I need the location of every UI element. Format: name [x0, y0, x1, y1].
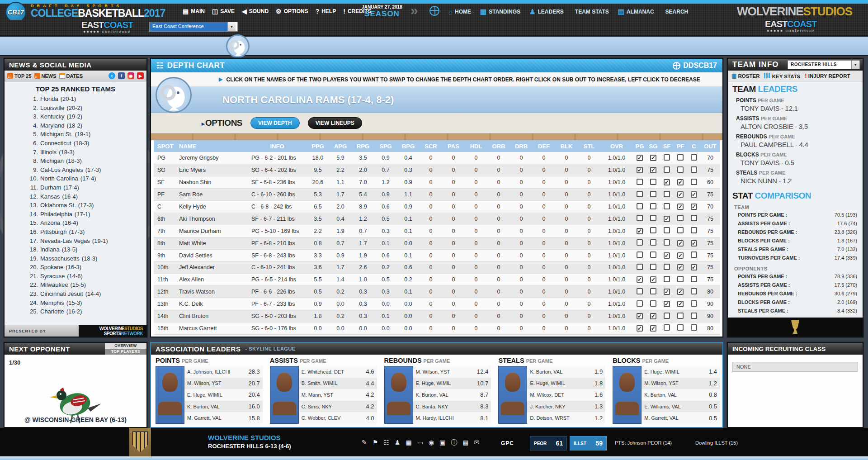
top25-row[interactable]: 21. Syracuse (14-6): [28, 272, 146, 281]
c-checkbox[interactable]: [691, 179, 697, 185]
top25-row[interactable]: 18. Indiana (13-5): [28, 245, 146, 254]
menu-item[interactable]: ▤ MAIN: [183, 8, 205, 15]
advance-chevrons-icon[interactable]: »: [410, 3, 418, 18]
column-header[interactable]: APG: [329, 140, 352, 152]
top25-row[interactable]: 23. Cincinnati Jesuit (14-4): [28, 289, 146, 299]
toolbar-icon[interactable]: ☷: [383, 439, 389, 447]
leader-value[interactable]: PAUL CAMPBELL - 4.4: [741, 141, 858, 148]
top25-row[interactable]: 6. Connecticut (18-3): [28, 139, 146, 148]
leader-row[interactable]: C. Sims, NKY4.2: [299, 401, 377, 413]
leader-row[interactable]: K. Burton, VAL8.7: [413, 389, 491, 401]
depth-table-row[interactable]: 14th Clint Bruton SG - 6-0 - 203 lbs 1.8…: [154, 310, 720, 322]
top25-row[interactable]: 25. Charlotte (16-2): [28, 307, 146, 316]
player-name[interactable]: K.C. Delk: [175, 298, 248, 310]
player-name[interactable]: Matt White: [175, 237, 248, 249]
sf-checkbox[interactable]: [664, 203, 670, 209]
toolbar-icon[interactable]: ✎: [362, 439, 367, 447]
sg-checkbox[interactable]: [650, 203, 656, 209]
column-header[interactable]: SPOT: [154, 140, 175, 152]
sg-checkbox[interactable]: [650, 264, 656, 270]
pf-checkbox[interactable]: [677, 301, 684, 307]
sg-checkbox[interactable]: [650, 239, 656, 246]
leader-row[interactable]: M. Wilcox, DET1.6: [527, 389, 605, 401]
leader-row[interactable]: K. Burton, VAL16.0: [184, 401, 263, 413]
c-checkbox[interactable]: [691, 288, 697, 294]
sub-out-value[interactable]: 75: [701, 225, 720, 237]
c-checkbox[interactable]: [691, 300, 697, 307]
player-name[interactable]: Aki Thompson: [175, 213, 248, 225]
top25-row[interactable]: 19. Massachusetts (18-3): [28, 254, 146, 263]
sg-checkbox[interactable]: [650, 179, 656, 185]
player-name[interactable]: Kelly Hyde: [175, 201, 248, 213]
sub-out-value[interactable]: 75: [701, 189, 720, 201]
leader-value[interactable]: TONY DAVIS - 12.1: [741, 104, 858, 112]
top25-row[interactable]: 14. Philadelphia (17-1): [28, 210, 146, 219]
tab-top25[interactable]: TOP 25: [7, 73, 32, 79]
menu-item[interactable]: ◀ SOUND: [242, 8, 269, 15]
sf-checkbox[interactable]: [664, 191, 670, 197]
sub-out-value[interactable]: 80: [701, 286, 720, 298]
top25-row[interactable]: 1. Florida (20-1): [28, 95, 146, 104]
leader-value[interactable]: ALTON CROSBIE - 3.5: [741, 123, 858, 130]
c-checkbox[interactable]: [691, 227, 697, 233]
sf-checkbox[interactable]: [664, 324, 670, 331]
player-name[interactable]: Travis Watson: [175, 286, 248, 298]
pg-checkbox[interactable]: [637, 179, 643, 185]
depth-table-row[interactable]: 9th David Settles SF - 6-8 - 243 lbs 3.3…: [154, 249, 720, 261]
sg-checkbox[interactable]: [650, 288, 656, 294]
c-checkbox[interactable]: [691, 264, 697, 270]
leader-row[interactable]: K. Burton, VAL1.9: [527, 366, 605, 378]
basketball-icon[interactable]: [429, 6, 439, 16]
pg-checkbox[interactable]: [637, 239, 643, 246]
depth-table-row[interactable]: SF Nashon Shin SF - 6-8 - 236 lbs 20.6 1…: [154, 176, 720, 189]
leader-row[interactable]: K. Burton, VAL0.8: [642, 389, 720, 401]
sub-out-value[interactable]: 70: [701, 152, 720, 164]
scorebox-illst[interactable]: ILLST 59: [570, 436, 607, 451]
toolbar-icon[interactable]: ⓘ: [451, 439, 457, 447]
pg-checkbox[interactable]: [637, 300, 643, 307]
tab-overview[interactable]: OVERVIEW: [105, 343, 146, 349]
sf-checkbox[interactable]: [664, 252, 670, 259]
leader-row[interactable]: M. Wilson, YST1.2: [642, 378, 720, 389]
sf-checkbox[interactable]: [664, 239, 670, 246]
leader-row[interactable]: E. Williams, VAL0.5: [642, 401, 720, 413]
column-header[interactable]: PAS: [442, 140, 465, 152]
sg-checkbox[interactable]: [650, 313, 656, 319]
pf-checkbox[interactable]: [677, 313, 684, 319]
scorebox-peor[interactable]: PEOR 61: [530, 436, 567, 451]
column-header[interactable]: NAME: [175, 140, 248, 152]
toolbar-icon[interactable]: ▭: [417, 439, 423, 447]
column-header[interactable]: HDL: [465, 140, 487, 152]
top25-row[interactable]: 10. North Carolina (17-4): [28, 174, 146, 183]
column-header[interactable]: SPG: [374, 140, 397, 152]
leader-row[interactable]: C. Banta, NKY8.3: [413, 401, 491, 413]
pf-checkbox[interactable]: [677, 289, 684, 295]
pg-checkbox[interactable]: [637, 228, 643, 234]
player-name[interactable]: Marcus Garrett: [175, 322, 248, 334]
depth-table-row[interactable]: 12th Travis Watson PF - 6-6 - 226 lbs 0.…: [154, 286, 720, 298]
column-header[interactable]: SG: [646, 140, 660, 152]
leader-row[interactable]: E. Huge, WIMIL1.4: [642, 366, 720, 378]
pg-checkbox[interactable]: [637, 155, 643, 161]
instagram-icon[interactable]: ◉: [127, 72, 134, 79]
c-checkbox[interactable]: [691, 166, 697, 173]
sg-checkbox[interactable]: [650, 155, 656, 161]
pf-checkbox[interactable]: [677, 240, 684, 247]
player-name[interactable]: Maurice Durham: [175, 225, 248, 237]
facebook-icon[interactable]: f: [118, 72, 125, 79]
player-name[interactable]: Jeremy Grigsby: [175, 152, 248, 164]
pg-checkbox[interactable]: [637, 288, 643, 294]
sg-checkbox[interactable]: [650, 167, 656, 173]
pg-checkbox[interactable]: [637, 325, 643, 332]
c-checkbox[interactable]: [691, 215, 697, 221]
sg-checkbox[interactable]: [650, 276, 656, 283]
sg-checkbox[interactable]: [650, 251, 656, 258]
player-name[interactable]: Eric Myers: [175, 164, 248, 176]
depth-table-row[interactable]: C Kelly Hyde C - 6-8 - 242 lbs 6.5 2.0 8…: [154, 201, 720, 213]
menu-item[interactable]: ⚙ OPTIONS: [276, 8, 308, 15]
c-checkbox[interactable]: [691, 251, 697, 258]
leader-row[interactable]: M. Garrett, VAL0.5: [642, 412, 720, 424]
c-checkbox[interactable]: [691, 204, 697, 210]
view-depth-button[interactable]: VIEW DEPTH: [250, 117, 300, 129]
column-header[interactable]: OUT: [701, 140, 720, 152]
